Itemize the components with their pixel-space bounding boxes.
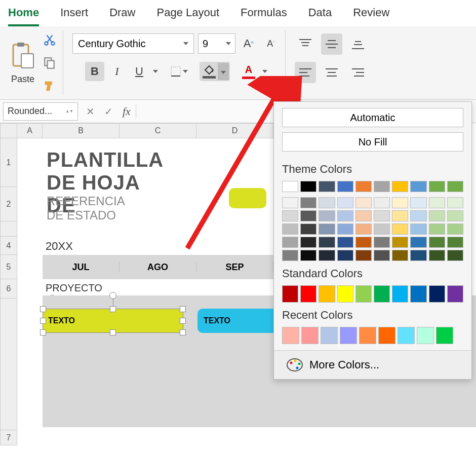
color-swatch[interactable] (410, 285, 426, 303)
resize-handle[interactable] (110, 306, 116, 312)
enter-formula-button[interactable]: ✓ (99, 102, 117, 121)
color-swatch[interactable] (319, 210, 335, 221)
color-swatch[interactable] (319, 237, 335, 248)
row-header-blank[interactable] (0, 298, 17, 430)
cut-button[interactable] (41, 30, 59, 49)
color-swatch[interactable] (447, 181, 463, 192)
color-swatch[interactable] (355, 237, 372, 248)
row-header-4[interactable]: 4 (0, 237, 17, 255)
color-swatch[interactable] (359, 327, 376, 344)
color-swatch[interactable] (429, 250, 445, 261)
color-swatch[interactable] (282, 285, 298, 303)
resize-handle[interactable] (180, 318, 186, 324)
color-swatch[interactable] (337, 181, 353, 192)
row-header-6[interactable]: 6 (0, 279, 17, 298)
align-top-button[interactable] (295, 33, 316, 55)
paste-button[interactable]: Paste (10, 42, 35, 85)
resize-handle[interactable] (180, 306, 186, 312)
borders-button[interactable] (169, 62, 188, 81)
color-swatch[interactable] (337, 237, 353, 248)
color-swatch[interactable] (300, 223, 316, 235)
color-swatch[interactable] (355, 223, 372, 235)
color-swatch[interactable] (374, 237, 390, 248)
format-painter-button[interactable] (41, 77, 59, 95)
color-swatch[interactable] (340, 327, 357, 344)
resize-handle[interactable] (40, 306, 46, 312)
color-swatch[interactable] (300, 181, 316, 192)
decrease-font-button[interactable]: Aˇ (262, 34, 280, 53)
font-color-dropdown[interactable] (262, 70, 267, 73)
row-header-5[interactable]: 5 (0, 255, 17, 279)
color-swatch[interactable] (337, 210, 353, 221)
cancel-formula-button[interactable]: ✕ (81, 102, 99, 121)
increase-font-button[interactable]: A^ (240, 34, 258, 53)
color-swatch[interactable] (410, 181, 426, 192)
color-swatch[interactable] (374, 223, 390, 235)
color-swatch[interactable] (319, 197, 335, 208)
tab-draw[interactable]: Draw (109, 4, 135, 26)
color-swatch[interactable] (319, 250, 335, 261)
color-swatch[interactable] (300, 237, 316, 248)
color-swatch[interactable] (355, 181, 372, 192)
color-swatch[interactable] (282, 210, 298, 221)
color-swatch[interactable] (429, 181, 445, 192)
color-swatch[interactable] (410, 210, 426, 221)
color-swatch[interactable] (319, 285, 335, 303)
color-swatch[interactable] (374, 197, 390, 208)
color-swatch[interactable] (319, 181, 335, 192)
underline-dropdown[interactable] (153, 70, 158, 73)
more-colors-button[interactable]: More Colors... (274, 350, 471, 379)
color-swatch[interactable] (374, 285, 390, 303)
color-swatch[interactable] (300, 210, 316, 221)
color-swatch[interactable] (436, 327, 453, 344)
tab-formulas[interactable]: Formulas (241, 4, 287, 26)
align-center-button[interactable] (321, 62, 342, 83)
copy-button[interactable] (41, 54, 59, 72)
tab-data[interactable]: Data (308, 4, 332, 26)
color-swatch[interactable] (282, 197, 298, 208)
align-bottom-button[interactable] (347, 33, 369, 55)
color-swatch[interactable] (429, 197, 445, 208)
font-size-dropdown[interactable]: 9 (198, 33, 235, 54)
resize-handle[interactable] (40, 318, 46, 324)
bold-button[interactable]: B (85, 62, 104, 81)
font-color-button[interactable]: A (240, 63, 257, 80)
resize-handle[interactable] (180, 329, 186, 335)
color-swatch[interactable] (392, 285, 408, 303)
color-swatch[interactable] (300, 197, 316, 208)
row-header-2[interactable]: 2 (0, 187, 17, 221)
color-swatch[interactable] (282, 223, 298, 235)
color-swatch[interactable] (374, 250, 390, 261)
row-header-7[interactable]: 7 (0, 430, 17, 445)
resize-handle[interactable] (110, 329, 116, 335)
tab-insert[interactable]: Insert (60, 4, 88, 26)
color-swatch[interactable] (392, 223, 408, 235)
color-swatch[interactable] (429, 223, 445, 235)
color-swatch[interactable] (447, 210, 463, 221)
tab-review[interactable]: Review (353, 4, 389, 26)
color-swatch[interactable] (429, 210, 445, 221)
color-swatch[interactable] (417, 327, 434, 344)
resize-handle[interactable] (40, 329, 46, 335)
fx-label[interactable]: fx (123, 105, 131, 118)
color-swatch[interactable] (321, 327, 338, 344)
color-swatch[interactable] (392, 181, 408, 192)
tab-home[interactable]: Home (8, 4, 39, 26)
row-header-1[interactable]: 1 (0, 138, 17, 187)
select-all-corner[interactable] (0, 123, 17, 138)
color-swatch[interactable] (337, 223, 353, 235)
fill-color-button[interactable] (201, 64, 218, 80)
color-swatch[interactable] (337, 285, 353, 303)
align-middle-button[interactable] (321, 33, 342, 55)
color-swatch[interactable] (282, 327, 299, 344)
no-fill-button[interactable]: No Fill (282, 132, 463, 152)
color-swatch[interactable] (337, 250, 353, 261)
color-swatch[interactable] (392, 237, 408, 248)
color-swatch[interactable] (300, 285, 316, 303)
col-header-c[interactable]: C (120, 123, 196, 138)
color-swatch[interactable] (410, 197, 426, 208)
color-swatch[interactable] (410, 223, 426, 235)
selected-shape-1[interactable]: TEXTO (43, 309, 183, 333)
color-swatch[interactable] (301, 327, 319, 344)
color-swatch[interactable] (392, 197, 408, 208)
